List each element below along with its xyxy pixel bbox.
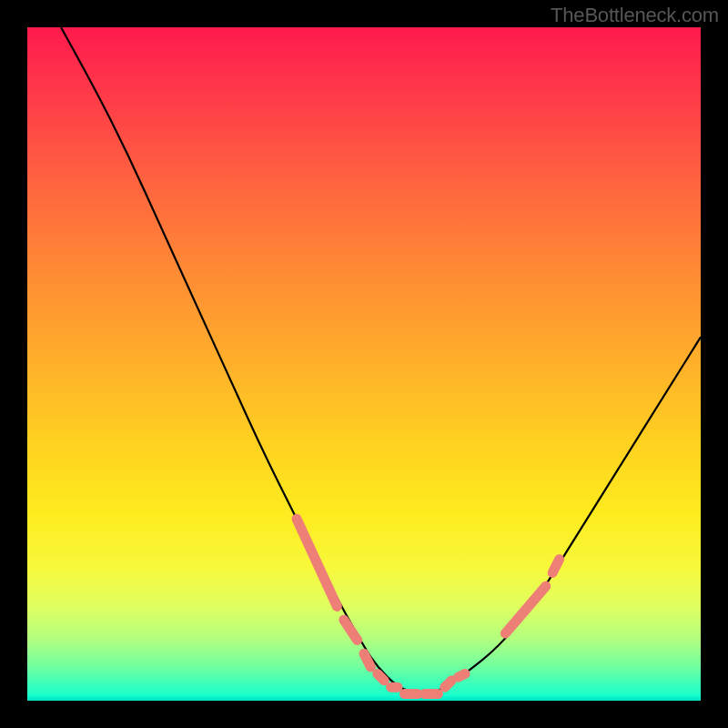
svg-line-7: [445, 681, 451, 687]
salmon-dashes: [297, 519, 560, 693]
svg-line-2: [364, 653, 370, 667]
watermark: TheBottleneck.com: [551, 4, 719, 27]
svg-line-3: [378, 673, 384, 680]
black-curve: [61, 27, 701, 694]
svg-line-8: [459, 673, 465, 677]
svg-line-10: [552, 560, 559, 573]
svg-line-0: [297, 519, 337, 606]
chart-frame: TheBottleneck.com: [0, 0, 728, 728]
svg-line-9: [505, 586, 545, 633]
svg-line-1: [344, 620, 358, 640]
chart-svg: [27, 27, 701, 701]
